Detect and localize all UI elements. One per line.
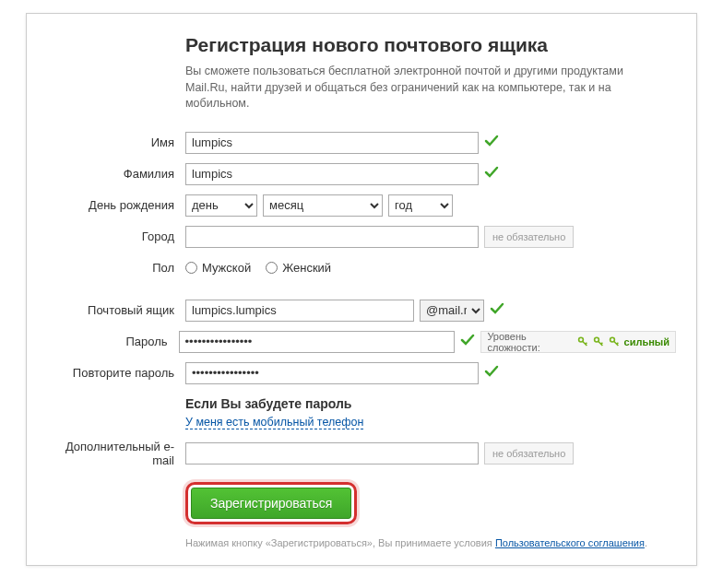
gender-female-input[interactable] (266, 262, 278, 274)
password-strength-badge: Уровень сложности: сильный (480, 331, 676, 353)
confirm-password-label: Повторите пароль (47, 366, 185, 380)
optional-badge: не обязательно (484, 442, 574, 465)
strength-value: сильный (624, 336, 670, 347)
lastname-label: Фамилия (47, 167, 185, 181)
confirm-password-input[interactable] (185, 362, 479, 384)
birthday-month-select[interactable]: месяц (263, 194, 383, 217)
terms-prefix: Нажимая кнопку «Зарегистрироваться», Вы … (185, 537, 495, 548)
check-icon (484, 364, 499, 382)
key-icon (609, 335, 621, 348)
page-subtitle: Вы сможете пользоваться бесплатной элект… (185, 64, 656, 112)
birthday-day-select[interactable]: день (185, 194, 257, 217)
gender-male-input[interactable] (185, 262, 197, 274)
submit-highlight: Зарегистрироваться (185, 482, 357, 524)
check-icon (484, 165, 499, 182)
check-icon (484, 134, 499, 151)
firstname-label: Имя (47, 135, 185, 149)
strength-label: Уровень сложности: (487, 331, 574, 353)
alt-email-input[interactable] (185, 442, 479, 465)
check-icon (490, 301, 504, 319)
terms-suffix: . (645, 537, 647, 548)
page-title: Регистрация нового почтового ящика (185, 34, 676, 56)
mobile-phone-link[interactable]: У меня есть мобильный телефон (185, 416, 363, 429)
city-label: Город (47, 229, 185, 243)
optional-badge: не обязательно (484, 226, 574, 248)
registration-card: Регистрация нового почтового ящика Вы см… (26, 13, 697, 566)
gender-female-label: Женский (282, 261, 331, 275)
lastname-input[interactable] (185, 163, 479, 185)
firstname-input[interactable] (185, 132, 479, 154)
gender-male-label: Мужской (202, 261, 251, 275)
key-icon (577, 335, 589, 348)
mailbox-name-input[interactable] (185, 300, 414, 322)
alt-email-label: Дополнительный e-mail (47, 440, 185, 467)
city-input[interactable] (185, 226, 479, 248)
gender-male-radio[interactable]: Мужской (185, 261, 251, 275)
password-input[interactable] (179, 331, 456, 353)
gender-female-radio[interactable]: Женский (266, 261, 331, 275)
terms-text: Нажимая кнопку «Зарегистрироваться», Вы … (185, 537, 676, 548)
forgot-title: Если Вы забудете пароль (185, 396, 676, 411)
birthday-year-select[interactable]: год (388, 194, 453, 217)
gender-label: Пол (47, 261, 185, 275)
mailbox-domain-select[interactable]: @mail.ru (420, 300, 484, 322)
mailbox-label: Почтовый ящик (47, 303, 185, 317)
birthday-label: День рождения (47, 198, 185, 212)
submit-button[interactable]: Зарегистрироваться (191, 488, 351, 519)
password-label: Пароль (47, 335, 179, 348)
check-icon (460, 333, 475, 350)
terms-link[interactable]: Пользовательского соглашения (495, 537, 645, 548)
key-icon (593, 335, 605, 348)
